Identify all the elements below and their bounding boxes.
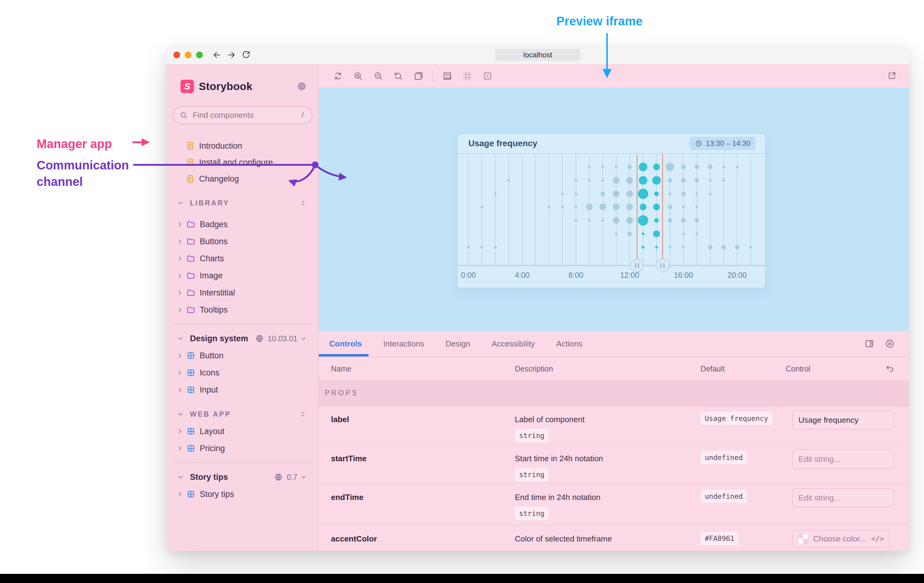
- version-text: 0.7: [287, 473, 297, 482]
- prop-description: Color of selected timeframe: [515, 534, 612, 543]
- sidebar-item-charts[interactable]: Charts: [167, 250, 318, 267]
- search-input[interactable]: Find components /: [173, 106, 312, 124]
- tab-interactions[interactable]: Interactions: [381, 331, 426, 357]
- chart-bubble: [602, 219, 604, 222]
- chart-bubble: [588, 219, 591, 222]
- close-panel-icon[interactable]: [884, 339, 895, 349]
- document-icon: [186, 141, 195, 150]
- sidebar-item-changelog[interactable]: Changelog: [167, 171, 318, 187]
- chart-bubble: [736, 166, 739, 168]
- maximize-window-icon[interactable]: [196, 51, 203, 58]
- chart-bubble: [653, 164, 660, 170]
- brand-name: Storybook: [199, 80, 252, 92]
- table-row-label: labelLabel of componentstringUsage frequ…: [319, 406, 909, 445]
- control-text-input[interactable]: [792, 450, 894, 469]
- chart-bubble: [708, 245, 713, 250]
- sidebar-item-install-and-configure[interactable]: Install and configure: [167, 154, 318, 171]
- chart-bubble: [652, 176, 661, 184]
- code-icon[interactable]: </>: [871, 535, 884, 543]
- sidebar-item-tooltips[interactable]: Tooltips: [167, 301, 318, 318]
- tab-design[interactable]: Design: [444, 331, 472, 357]
- annotation-manager-app-label: Manager app: [36, 135, 112, 152]
- stacked-icon[interactable]: [413, 71, 424, 81]
- tab-accessibility[interactable]: Accessibility: [490, 331, 537, 357]
- sidebar-item-interstitial[interactable]: Interstitial: [167, 284, 318, 301]
- zoom-in-icon[interactable]: [353, 71, 363, 81]
- chart-bubble: [638, 189, 648, 199]
- gear-icon[interactable]: [296, 81, 307, 92]
- close-window-icon[interactable]: [173, 51, 180, 58]
- back-icon[interactable]: [212, 50, 222, 60]
- sidebar-item-label: Badges: [200, 220, 228, 229]
- chart-bubble: [602, 179, 604, 182]
- chart-bubble: [669, 246, 672, 249]
- prop-type-badge: string: [515, 507, 549, 520]
- chevron-down-icon: [300, 335, 307, 342]
- control-text-input[interactable]: [792, 488, 894, 507]
- column-header-name: Name: [331, 364, 351, 373]
- outline-icon[interactable]: [482, 71, 493, 81]
- chart-bubble: [640, 204, 647, 210]
- chart-bubble: [723, 166, 725, 168]
- zoom-out-icon[interactable]: [373, 71, 383, 81]
- panel-position-icon[interactable]: [864, 339, 874, 349]
- axis-tick-label: 0:00: [461, 271, 476, 279]
- chart-bubble: [613, 191, 620, 197]
- section-title: LIBRARY: [190, 199, 229, 207]
- chart-bubble: [666, 163, 674, 171]
- search-icon: [180, 111, 188, 120]
- section-items: BadgesButtonsChartsImageInterstitialTool…: [167, 216, 318, 318]
- grid-icon[interactable]: [462, 71, 473, 81]
- folder-icon: [186, 254, 195, 263]
- sidebar-item-image[interactable]: Image: [167, 267, 318, 284]
- chart-bubble: [599, 204, 606, 210]
- sidebar-section-design-system[interactable]: Design system10.03.01: [167, 330, 318, 347]
- chart-bubble: [696, 206, 698, 209]
- sidebar-item-input[interactable]: Input: [167, 381, 318, 399]
- sidebar-item-button[interactable]: Button: [167, 347, 318, 364]
- chart-bubble: [681, 192, 686, 196]
- sidebar-item-pricing[interactable]: Pricing: [167, 440, 318, 457]
- sidebar-item-icons[interactable]: Icons: [167, 364, 318, 381]
- control-text-input[interactable]: [792, 410, 894, 430]
- sidebar-item-introduction[interactable]: Introduction: [167, 138, 318, 154]
- globe-icon: [274, 473, 283, 482]
- expand-icon[interactable]: [887, 71, 897, 81]
- sidebar-section-library[interactable]: LIBRARY: [167, 194, 318, 211]
- sidebar-item-buttons[interactable]: Buttons: [167, 233, 318, 250]
- zoom-reset-icon[interactable]: [393, 71, 404, 81]
- prop-name: startTime: [331, 454, 367, 463]
- expand-collapse-icon: [299, 410, 307, 418]
- undo-icon[interactable]: [884, 363, 895, 374]
- component-icon: [186, 368, 195, 377]
- chart-bubble: [682, 232, 685, 236]
- forward-icon[interactable]: [226, 50, 236, 60]
- chart-bubble: [695, 178, 699, 183]
- time-range-badge: 13:30 – 14:30: [690, 137, 756, 150]
- sidebar-item-badges[interactable]: Badges: [167, 216, 318, 233]
- address-text: localhost: [523, 51, 553, 59]
- storybook-sidebar: S Storybook Find components / Introducti…: [167, 64, 319, 551]
- sidebar-item-label: Charts: [200, 254, 224, 264]
- sidebar-item-story-tips[interactable]: Story tips: [167, 486, 318, 503]
- choose-color-button[interactable]: Choose color...</>: [792, 530, 889, 548]
- selection-handle[interactable]: [630, 259, 644, 272]
- selection-handle[interactable]: [656, 259, 669, 272]
- chart-bubble: [653, 231, 660, 237]
- ruler-icon[interactable]: [442, 71, 452, 81]
- sidebar-section-story-tips[interactable]: Story tips0.7: [167, 469, 318, 486]
- tab-controls[interactable]: Controls: [327, 331, 364, 357]
- address-bar[interactable]: localhost: [495, 49, 581, 61]
- minimize-window-icon[interactable]: [185, 51, 191, 58]
- chart-bubble: [586, 204, 593, 210]
- prop-default-value: undefined: [700, 451, 747, 464]
- remount-icon[interactable]: [333, 71, 343, 81]
- chevron-right-icon: [176, 427, 184, 435]
- reload-icon[interactable]: [241, 50, 251, 60]
- chart-bubble: [627, 232, 632, 236]
- tab-actions[interactable]: Actions: [554, 331, 584, 357]
- sidebar-section-web-app[interactable]: WEB APP: [167, 406, 318, 423]
- chevron-right-icon: [176, 490, 184, 498]
- column-header-control: Control: [786, 364, 810, 373]
- sidebar-item-layout[interactable]: Layout: [167, 423, 318, 440]
